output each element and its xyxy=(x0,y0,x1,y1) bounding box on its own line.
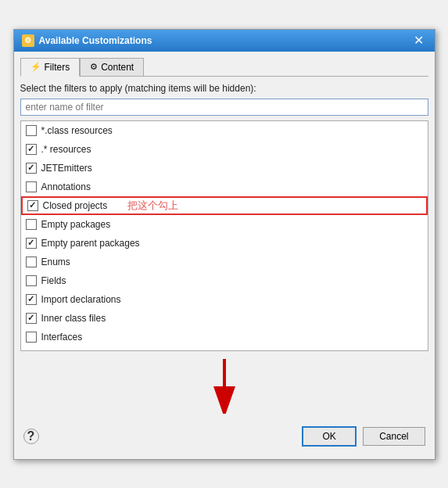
filter-checkbox-dot-resources[interactable] xyxy=(26,144,37,155)
content-tab-icon: ⚙ xyxy=(90,62,98,72)
filter-checkbox-fields[interactable] xyxy=(26,275,37,286)
filter-checkbox-empty-parent-packages[interactable] xyxy=(26,238,37,249)
close-button[interactable]: ✕ xyxy=(410,34,427,47)
tabs-container: ⚡ Filters ⚙ Content xyxy=(20,58,428,77)
title-bar-left: ⚙ Available Customizations xyxy=(22,34,152,47)
title-bar: ⚙ Available Customizations ✕ xyxy=(14,30,435,52)
filter-label-enums: Enums xyxy=(41,257,70,267)
tab-content[interactable]: ⚙ Content xyxy=(80,58,144,76)
filter-label-inner-class-files: Inner class files xyxy=(41,313,106,324)
available-customizations-dialog: ⚙ Available Customizations ✕ ⚡ Filters ⚙… xyxy=(13,29,435,460)
filter-search-input[interactable] xyxy=(20,99,428,116)
dialog-title: Available Customizations xyxy=(39,35,152,46)
filters-tab-icon: ⚡ xyxy=(30,62,41,72)
cancel-button[interactable]: Cancel xyxy=(363,427,425,446)
filter-label-interfaces: Interfaces xyxy=(41,332,83,343)
dialog-body: ⚡ Filters ⚙ Content Select the filters t… xyxy=(14,52,435,459)
filters-tab-label: Filters xyxy=(45,62,70,73)
filter-checkbox-interfaces[interactable] xyxy=(26,332,37,343)
filter-checkbox-jet-emitters[interactable] xyxy=(26,163,37,174)
filter-label-import-declarations: Import declarations xyxy=(41,294,121,305)
instruction-label: Select the filters to apply (matching it… xyxy=(20,83,428,94)
list-item[interactable]: Inner class files xyxy=(21,309,428,328)
list-item[interactable]: Empty parent packages xyxy=(21,234,428,253)
list-item[interactable]: Interfaces xyxy=(21,328,428,346)
filter-list: *.class resources.* resourcesJETEmitters… xyxy=(20,120,428,351)
ok-button[interactable]: OK xyxy=(302,426,357,447)
arrow-container xyxy=(20,359,428,414)
filter-checkbox-import-declarations[interactable] xyxy=(26,294,37,305)
filter-checkbox-inner-class-files[interactable] xyxy=(26,313,37,324)
filter-label-class-resources: *.class resources xyxy=(41,125,113,136)
filter-label-fields: Fields xyxy=(41,275,66,286)
filter-label-empty-parent-packages: Empty parent packages xyxy=(41,238,140,249)
tab-filters[interactable]: ⚡ Filters xyxy=(20,58,81,77)
list-item[interactable]: Annotations xyxy=(21,178,428,196)
filter-label-empty-packages: Empty packages xyxy=(41,219,111,230)
annotation-text: 把这个勾上 xyxy=(127,199,178,213)
list-item[interactable]: Empty packages xyxy=(21,215,428,234)
list-item[interactable]: Import declarations xyxy=(21,290,428,309)
filter-checkbox-annotations[interactable] xyxy=(26,181,37,192)
down-arrow-icon xyxy=(209,359,240,414)
filter-checkbox-closed-projects[interactable] xyxy=(27,200,38,211)
dialog-icon: ⚙ xyxy=(22,34,34,47)
list-item[interactable]: JETEmitters xyxy=(21,159,428,178)
filter-checkbox-empty-packages[interactable] xyxy=(26,219,37,230)
filter-label-annotations: Annotations xyxy=(41,181,91,192)
list-item[interactable]: .* resources xyxy=(21,140,428,159)
button-row: ? OK Cancel xyxy=(20,422,428,450)
filter-checkbox-enums[interactable] xyxy=(26,257,37,267)
list-item[interactable]: Enums xyxy=(21,253,428,271)
list-item[interactable]: Fields xyxy=(21,271,428,290)
filter-label-jet-emitters: JETEmitters xyxy=(41,163,92,174)
filter-checkbox-class-resources[interactable] xyxy=(26,125,37,136)
content-tab-label: Content xyxy=(101,62,134,73)
filter-label-dot-resources: .* resources xyxy=(41,144,91,155)
filter-label-closed-projects: Closed projects xyxy=(43,200,108,211)
bottom-area: ? OK Cancel xyxy=(20,359,428,453)
list-item[interactable]: *.class resources xyxy=(21,121,428,140)
help-button[interactable]: ? xyxy=(23,429,39,444)
list-item[interactable]: Closed projects把这个勾上 xyxy=(21,196,428,215)
